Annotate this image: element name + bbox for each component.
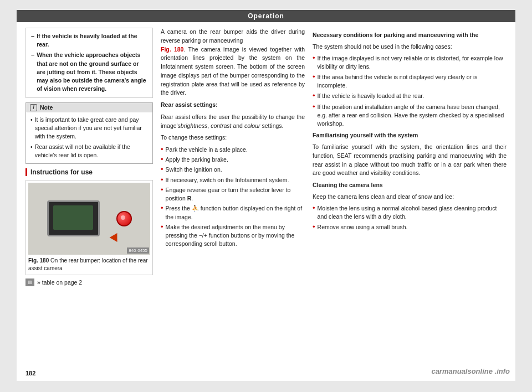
note-text-2: Rear assist will not be available if the… [35, 143, 148, 159]
info-icon: i [30, 104, 37, 111]
note-item-1: • It is important to take great care and… [30, 116, 148, 141]
section1-intro: The system should not be used in the fol… [313, 43, 507, 51]
right-bullet-text-2: If the area behind the vehicle is not di… [318, 73, 507, 90]
bullet-icon: • [313, 103, 315, 111]
bullet-icon: • [30, 116, 33, 124]
step-5: •Engage reverse gear or turn the selecto… [161, 186, 305, 203]
table-ref: ▤ » table on page 2 [25, 278, 153, 286]
step-1: •Park the vehicle in a safe place. [161, 146, 305, 154]
step-3: •Switch the ignition on. [161, 166, 305, 174]
table-icon: ▤ [25, 278, 34, 286]
header-bar: Operation [17, 10, 515, 22]
step-2: •Apply the parking brake. [161, 156, 305, 164]
rear-assist-settings-heading: Rear assist settings: [161, 101, 305, 110]
red-button [116, 211, 132, 226]
figure-caption-bold: Fig. 180 [28, 257, 49, 264]
right-bullet-text-4: If the position and installation angle o… [318, 103, 507, 128]
right-bullet-6: • Remove snow using a small brush. [313, 223, 507, 231]
section1-title: Necessary conditions for parking and man… [313, 31, 507, 40]
instructions-section: Instructions for use 840-0455 Fig. 180 [25, 168, 153, 286]
step-6: •Press the ⛹ function button displayed o… [161, 204, 305, 221]
right-bullet-5: • Moisten the lens using a normal alcoho… [313, 204, 507, 221]
bullet-icon-2: • [30, 143, 33, 151]
warning-item-1: – If the vehicle is heavily loaded at th… [31, 32, 147, 49]
steps-list: •Park the vehicle in a safe place. •Appl… [161, 146, 305, 248]
right-bullet-3: • If the vehicle is heavily loaded at th… [313, 92, 507, 100]
settings-description: Rear assist offers the user the possibil… [161, 113, 305, 131]
brightness-text: brightness [181, 122, 207, 129]
figure-image: 840-0455 [28, 183, 150, 255]
right-bullet-4: • If the position and installation angle… [313, 103, 507, 128]
right-column: Necessary conditions for parking and man… [313, 28, 507, 368]
dash-icon-2: – [31, 51, 34, 60]
bullet-icon: • [161, 176, 163, 184]
fig-ref: Fig. 180 [161, 46, 183, 53]
warning-text-2: When the vehicle approaches objects that… [37, 51, 147, 93]
contrast-text: contrast [211, 122, 231, 129]
note-text-1: It is important to take great care and p… [35, 116, 148, 141]
right-bullet-text-5: Moisten the lens using a normal alcohol-… [318, 204, 507, 221]
section2-title: Familiarising yourself with the system [313, 131, 507, 140]
section3-title: Cleaning the camera lens [313, 181, 507, 190]
bullet-icon: • [161, 186, 163, 194]
page-container: Operation – If the vehicle is heavily lo… [17, 10, 515, 381]
screen-inner [53, 205, 93, 230]
table-ref-text: » table on page 2 [37, 279, 82, 286]
right-bullet-text-3: If the vehicle is heavily loaded at the … [318, 92, 424, 100]
bullet-icon: • [313, 73, 315, 81]
middle-column: A camera on the rear bumper aids the dri… [161, 28, 305, 368]
warning-item-2: – When the vehicle approaches objects th… [31, 51, 147, 93]
change-settings-text: To change these settings: [161, 133, 305, 142]
figure-number: 840-0455 [127, 247, 149, 254]
right-bullet-1: • If the image displayed is not very rel… [313, 54, 507, 71]
bullet-icon: • [313, 204, 315, 212]
red-button-dot [121, 215, 125, 220]
warning-box: – If the vehicle is heavily loaded at th… [25, 28, 153, 98]
note-body: • It is important to take great care and… [26, 112, 152, 163]
bullet-icon: • [313, 54, 315, 62]
bullet-icon: • [313, 223, 315, 231]
warning-text-1: If the vehicle is heavily loaded at the … [37, 32, 147, 49]
figure-caption: Fig. 180 On the rear bumper: location of… [28, 257, 150, 272]
right-bullet-2: • If the area behind the vehicle is not … [313, 73, 507, 90]
bullet-icon: • [161, 204, 163, 212]
arrow-pointer-icon [110, 233, 121, 244]
note-header: i Note [26, 103, 152, 112]
step-4: •If necessary, switch on the Infotainmen… [161, 176, 305, 184]
instructions-title: Instructions for use [25, 168, 153, 176]
page-number: 182 [25, 370, 35, 376]
bullet-icon: • [161, 223, 163, 231]
dash-icon: – [31, 32, 34, 41]
right-bullet-text-6: Remove snow using a small brush. [318, 223, 408, 231]
step-7: •Make the desired adjustments on the men… [161, 223, 305, 249]
note-label: Note [40, 104, 53, 111]
header-title: Operation [248, 12, 284, 20]
bullet-icon: • [161, 146, 163, 153]
note-box: i Note • It is important to take great c… [25, 102, 153, 164]
screen-mock [47, 200, 100, 236]
note-item-2: • Rear assist will not be available if t… [30, 143, 148, 159]
watermark: carmanualsonline .info [431, 367, 510, 375]
right-bullet-text-1: If the image displayed is not very relia… [318, 54, 507, 71]
bullet-icon: • [161, 156, 163, 163]
figure-box: 840-0455 Fig. 180 On the rear bumper: lo… [25, 180, 153, 275]
section3-intro: Keep the camera lens clean and clear of … [313, 193, 507, 202]
fig-ref-suffix: . The camera image is viewed together wi… [161, 46, 305, 96]
left-column: – If the vehicle is heavily loaded at th… [25, 28, 153, 368]
bullet-icon: • [313, 92, 315, 100]
section2-text: To familiarise yourself with the system,… [313, 143, 507, 178]
middle-intro: A camera on the rear bumper aids the dri… [161, 28, 305, 97]
bullet-icon: • [161, 166, 163, 173]
colour-text: colour [244, 122, 260, 129]
content-area: – If the vehicle is heavily loaded at th… [17, 22, 515, 373]
